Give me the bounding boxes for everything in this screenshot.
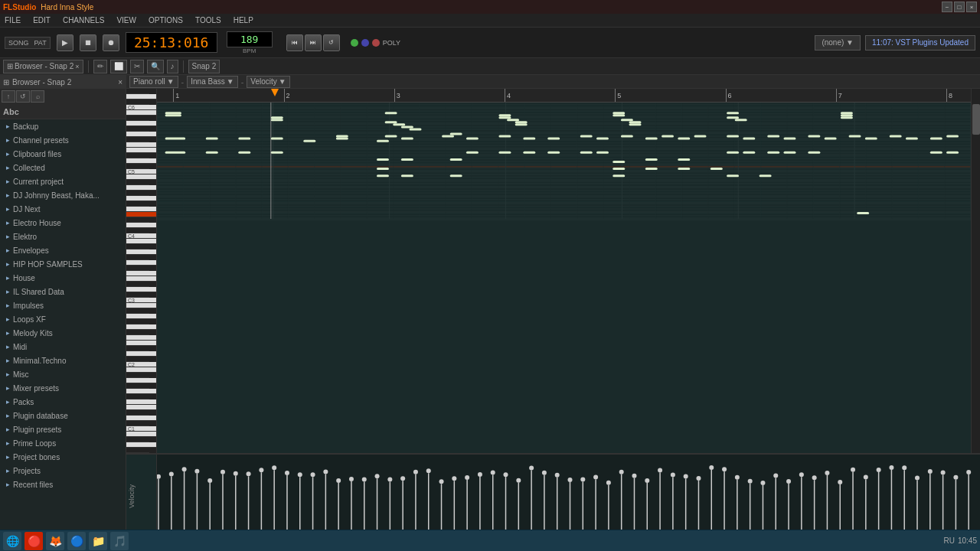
piano-key-G#5[interactable] [126,126,149,132]
piano-key-G#3[interactable] [126,255,149,260]
menu-view[interactable]: VIEW [115,16,138,24]
browser-item[interactable]: ▸ Channel presets [0,133,126,147]
piano-key-E4[interactable] [126,212,156,217]
piano-key-A3[interactable] [126,249,156,255]
piano-key-B4[interactable] [126,174,156,180]
mute-tool[interactable]: ♪ [167,60,178,73]
menu-file[interactable]: FILE [3,16,22,24]
velocity-canvas[interactable] [157,455,980,537]
taskbar-icon-2[interactable]: 🔴 [24,532,43,550]
draw-tool[interactable]: ✏ [93,60,107,73]
piano-key-C3[interactable]: C3 [126,298,156,303]
taskbar-icon-6[interactable]: 🎵 [110,532,129,550]
taskbar-icon-1[interactable]: 🌐 [3,532,21,550]
snap-select[interactable]: Snap 2 [188,60,220,73]
piano-key-G#4[interactable] [126,191,149,196]
piano-key-A#0[interactable] [126,437,149,442]
piano-key-D6[interactable] [126,94,156,99]
next-button[interactable]: ⏭ [305,34,322,51]
piano-key-F#4[interactable] [126,201,149,207]
mode-dropdown[interactable]: Velocity ▼ [247,76,289,88]
browser-item[interactable]: ▸ Misc [0,367,126,381]
browser-item[interactable]: ▸ DJ Johnny Beast, Haka... [0,188,126,202]
piano-key-E2[interactable] [126,341,156,346]
piano-key-A#3[interactable] [126,244,149,249]
taskbar-icon-5[interactable]: 📁 [89,532,107,550]
browser-item[interactable]: ▸ Project bones [0,450,126,464]
browser-item[interactable]: ▸ Electro House [0,216,126,230]
browser-item[interactable]: ▸ Backup [0,119,126,133]
menu-help[interactable]: HELP [232,16,255,24]
stop-button[interactable]: ⏹ [80,34,96,51]
menu-edit[interactable]: EDIT [31,16,52,24]
piano-key-F#3[interactable] [126,266,149,271]
piano-key-D#4[interactable] [126,217,149,223]
browser-item[interactable]: ▸ Impulses [0,298,126,312]
loop-button[interactable]: ↺ [323,34,340,51]
piano-key-C2[interactable]: C2 [126,362,156,367]
piano-key-A4[interactable] [126,185,156,191]
piano-key-F3[interactable] [126,271,156,276]
browser-item[interactable]: ▸ Mixer presets [0,381,126,395]
browser-up-btn[interactable]: ↑ [2,90,15,103]
zoom-tool[interactable]: 🔍 [147,60,164,73]
piano-key-E1[interactable] [126,405,156,410]
record-button[interactable]: ⏺ [103,34,119,51]
piano-key-F2[interactable] [126,335,156,341]
menu-tools[interactable]: TOOLS [194,16,223,24]
piano-key-F#1[interactable] [126,394,149,399]
pr-scroll-thumb[interactable] [972,104,980,135]
piano-key-C1[interactable]: C1 [126,426,156,432]
select-tool[interactable]: ⬜ [110,60,127,73]
browser-close-button[interactable]: × [118,78,122,86]
browser-item[interactable]: ▸ Minimal.Techno [0,354,126,367]
note-canvas[interactable] [157,103,971,219]
browser-item[interactable]: ▸ Elektro [0,230,126,243]
browser-item[interactable]: ▸ Collected [0,161,126,174]
browser-item[interactable]: ▸ HIP HOP SAMPLES [0,257,126,271]
none-selector[interactable]: (none) ▼ [815,35,861,51]
close-button[interactable]: × [966,2,977,12]
piano-key-B5[interactable] [126,110,156,116]
piano-key-D2[interactable] [126,351,156,357]
piano-key-D#6[interactable] [126,89,149,94]
browser-list[interactable]: ▸ Backup▸ Channel presets▸ Clipboard fil… [0,119,126,537]
browser-item[interactable]: ▸ DJ Next [0,202,126,216]
piano-key-G1[interactable] [126,389,156,394]
taskbar-icon-3[interactable]: 🦊 [46,532,64,550]
piano-key-G4[interactable] [126,196,156,201]
piano-key-F#2[interactable] [126,330,149,335]
instrument-dropdown[interactable]: Inna Bass ▼ [187,76,237,88]
taskbar-icon-4[interactable]: 🔵 [67,532,86,550]
piano-key-D#3[interactable] [126,282,149,287]
piano-key-E3[interactable] [126,276,156,282]
browser-item[interactable]: ▸ Plugin presets [0,422,126,436]
piano-key-C6[interactable]: C6 [126,105,156,110]
browser-refresh-btn[interactable]: ↺ [16,90,30,103]
piano-key-D#2[interactable] [126,346,149,351]
browser-item[interactable]: ▸ Melody Kits [0,326,126,340]
pr-vertical-scrollbar[interactable] [971,89,980,453]
piano-key-A#5[interactable] [126,116,149,121]
menu-options[interactable]: OPTIONS [147,16,185,24]
piano-key-G5[interactable] [126,132,156,137]
prev-button[interactable]: ⏮ [286,34,303,51]
erase-tool[interactable]: ✂ [130,60,144,73]
browser-item[interactable]: ▸ Clipboard files [0,147,126,161]
piano-key-D5[interactable] [126,158,156,164]
piano-key-A#4[interactable] [126,180,149,185]
piano-key-F#5[interactable] [126,137,149,142]
note-grid[interactable] [157,103,971,220]
piano-key-D4[interactable] [126,223,156,228]
piano-key-C4[interactable]: C4 [126,233,156,239]
piano-key-C5[interactable]: C5 [126,169,156,174]
menu-channels[interactable]: CHANNELS [61,16,106,24]
browser-item[interactable]: ▸ Loops XF [0,312,126,326]
piano-key-B0[interactable] [126,432,156,437]
piano-key-F1[interactable] [126,399,156,405]
browser-item[interactable]: ▸ Plugin database [0,409,126,422]
piano-key-A0[interactable] [126,442,156,448]
piano-key-G#1[interactable] [126,383,149,389]
piano-key-G2[interactable] [126,324,156,330]
piano-key-A5[interactable] [126,121,156,126]
